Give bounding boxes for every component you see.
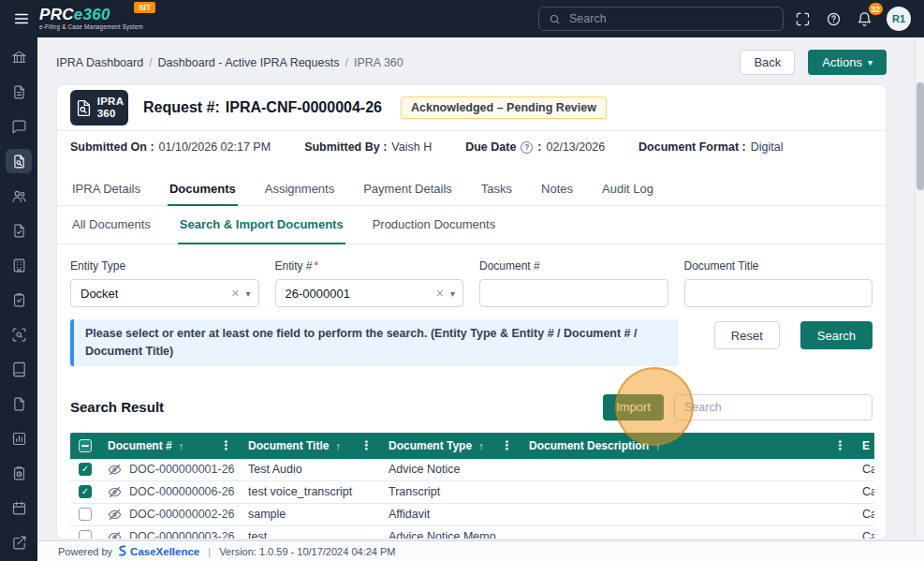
- sort-asc-icon: ↑: [478, 440, 484, 451]
- chevron-down-icon[interactable]: ▾: [448, 288, 455, 299]
- cell-document-number: DOC-000000002-26: [129, 508, 235, 521]
- breadcrumb-ipra-dashboard[interactable]: IPRA Dashboard: [56, 56, 143, 69]
- column-menu-icon[interactable]: ⋮: [220, 438, 241, 452]
- document-number-label: Document #: [479, 259, 668, 273]
- column-entity[interactable]: E: [855, 439, 874, 452]
- document-number-input[interactable]: [490, 286, 660, 302]
- tab-ipra-details[interactable]: IPRA Details: [70, 173, 142, 206]
- eye-off-icon: [108, 485, 122, 499]
- row-checkbox[interactable]: ✓: [79, 485, 92, 498]
- sidebar-item-chart[interactable]: [6, 426, 32, 450]
- reset-button[interactable]: Reset: [714, 321, 780, 349]
- sidebar-item-bank[interactable]: [6, 45, 32, 69]
- column-document-number[interactable]: Document # ↑ ⋮: [100, 438, 241, 452]
- help-icon[interactable]: [821, 7, 845, 31]
- breadcrumb-separator: /: [345, 56, 347, 69]
- users-icon: [11, 188, 27, 204]
- tab-tasks[interactable]: Tasks: [479, 173, 514, 206]
- column-document-title[interactable]: Document Title ↑ ⋮: [241, 438, 381, 452]
- notifications-bell-icon[interactable]: 32: [852, 7, 876, 31]
- column-document-type[interactable]: Document Type ↑ ⋮: [381, 438, 521, 452]
- required-asterisk: *: [315, 259, 319, 273]
- notification-count-badge: 32: [869, 3, 883, 15]
- sidebar-item-file-check[interactable]: [6, 218, 32, 243]
- import-button[interactable]: Import: [603, 394, 664, 421]
- sidebar-item-document-search[interactable]: [6, 149, 32, 173]
- sidebar-item-book[interactable]: [6, 357, 32, 381]
- meta-document-format: Document Format : Digital: [638, 140, 783, 154]
- user-avatar[interactable]: R1: [887, 7, 911, 31]
- request-meta: Submitted On : 01/10/2026 02:17 PM Submi…: [57, 131, 886, 162]
- search-button[interactable]: Search: [800, 321, 873, 349]
- eye-off-icon: [108, 508, 122, 522]
- breadcrumb-active-ipra-requests[interactable]: Dashboard - Active IPRA Requests: [158, 56, 340, 69]
- column-menu-icon[interactable]: ⋮: [360, 438, 381, 452]
- subtab-search-import-documents[interactable]: Search & Import Documents: [178, 206, 345, 244]
- request-header: IPRA 360 Request #: IPRA-CNF-0000004-26 …: [57, 85, 886, 131]
- breadcrumb-bar: IPRA Dashboard / Dashboard - Active IPRA…: [37, 37, 924, 75]
- column-menu-icon[interactable]: ⋮: [834, 438, 855, 452]
- column-document-description[interactable]: Document Description ↑ ⋮: [521, 438, 855, 452]
- global-search-input[interactable]: [567, 11, 773, 26]
- external-link-icon: [11, 535, 27, 551]
- request-number-value: IPRA-CNF-0000004-26: [226, 99, 382, 116]
- tab-payment-details[interactable]: Payment Details: [361, 173, 454, 206]
- sidebar-item-file[interactable]: [6, 391, 32, 416]
- results-search-input[interactable]: [674, 394, 873, 421]
- main-content: IPRA Dashboard / Dashboard - Active IPRA…: [37, 37, 924, 561]
- tab-documents[interactable]: Documents: [168, 173, 238, 206]
- search-result-heading: Search Result: [70, 399, 164, 415]
- calendar-icon: [11, 500, 27, 516]
- cell-entity: Ca: [855, 463, 874, 476]
- chevron-down-icon[interactable]: ▾: [243, 288, 250, 299]
- scrollbar[interactable]: [915, 37, 924, 540]
- actions-button[interactable]: Actions ▾: [808, 50, 887, 75]
- scrollbar-thumb[interactable]: [917, 82, 924, 190]
- document-number-field: Document #: [479, 259, 668, 307]
- topbar: PRCe360 e-Filing & Case Management Syste…: [0, 0, 924, 37]
- fullscreen-icon[interactable]: [790, 7, 814, 31]
- breadcrumb-separator: /: [149, 56, 152, 69]
- request-number-label: Request #:: [143, 99, 220, 116]
- clear-icon[interactable]: ×: [227, 286, 243, 301]
- column-menu-icon[interactable]: ⋮: [501, 438, 521, 452]
- global-search[interactable]: [538, 7, 784, 31]
- sidebar-item-users[interactable]: [6, 184, 32, 208]
- row-checkbox[interactable]: [79, 530, 92, 539]
- sidebar-item-file-text[interactable]: [6, 80, 32, 104]
- back-button[interactable]: Back: [740, 50, 795, 75]
- menu-icon[interactable]: [9, 7, 34, 31]
- entity-type-field: Entity Type Docket × ▾: [70, 259, 259, 307]
- subtab-bar: All DocumentsSearch & Import DocumentsPr…: [57, 206, 886, 244]
- entity-type-select[interactable]: Docket × ▾: [70, 279, 259, 307]
- sidebar-item-clipboard-clock[interactable]: [6, 461, 32, 485]
- subtab-all-documents[interactable]: All Documents: [70, 206, 153, 244]
- entity-number-label: Entity #: [275, 259, 313, 273]
- tab-assignments[interactable]: Assignments: [263, 173, 336, 206]
- sidebar-item-external-link[interactable]: [6, 530, 32, 554]
- sidebar-item-building[interactable]: [6, 253, 32, 277]
- clear-icon[interactable]: ×: [432, 286, 448, 301]
- cell-document-type: Transcript: [381, 485, 521, 498]
- table-body: ✓DOC-000000001-26Test AudioAdvice Notice…: [70, 459, 874, 540]
- breadcrumb: IPRA Dashboard / Dashboard - Active IPRA…: [56, 56, 403, 69]
- document-title-field: Document Title: [684, 259, 873, 307]
- document-title-input[interactable]: [695, 286, 865, 302]
- entity-number-select[interactable]: 26-0000001 × ▾: [275, 279, 464, 307]
- sidebar-item-calendar[interactable]: [6, 495, 32, 520]
- tab-audit-log[interactable]: Audit Log: [600, 173, 655, 206]
- row-checkbox[interactable]: [79, 508, 92, 521]
- casexellence-logo-icon: [117, 545, 127, 557]
- app-logo: PRCe360 e-Filing & Case Management Syste…: [39, 7, 143, 30]
- book-icon: [11, 362, 27, 377]
- sidebar-item-scan-search[interactable]: [6, 322, 32, 347]
- logo-prc: PRC: [39, 6, 74, 23]
- sidebar-item-clipboard-check[interactable]: [6, 288, 32, 312]
- subtab-production-documents[interactable]: Production Documents: [371, 206, 498, 244]
- row-checkbox[interactable]: ✓: [79, 463, 92, 476]
- select-all-checkbox[interactable]: [79, 439, 92, 452]
- tab-notes[interactable]: Notes: [539, 173, 575, 206]
- ipra-logo-line1: IPRA: [97, 96, 125, 108]
- sidebar-item-chat[interactable]: [6, 114, 32, 139]
- version-text: Version: 1.0.59 - 10/17/2024 04:24 PM: [219, 546, 395, 557]
